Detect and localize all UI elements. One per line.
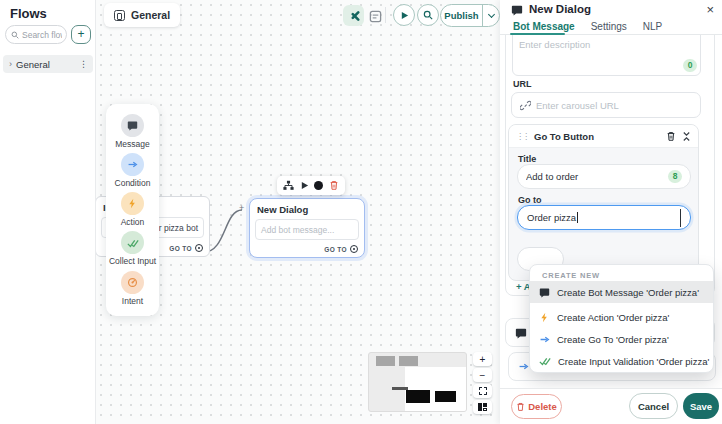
dropdown-item-label: Create Action 'Order pizza' xyxy=(557,312,669,323)
comment-icon xyxy=(369,10,382,23)
minimap-block xyxy=(399,356,418,366)
palette-label: Condition xyxy=(115,179,151,189)
url-label: URL xyxy=(513,79,532,89)
save-button-label: Save xyxy=(690,401,712,412)
close-panel-icon[interactable]: × xyxy=(706,2,714,17)
tools-icon xyxy=(348,10,360,22)
minimap-node xyxy=(435,391,456,402)
build-tools-button[interactable] xyxy=(343,5,364,26)
message-icon xyxy=(121,114,144,137)
url-input[interactable] xyxy=(536,100,692,111)
dropdown-item-create-action[interactable]: Create Action 'Order pizza' xyxy=(530,306,713,328)
node-palette: Message Condition Action Collect Input xyxy=(106,104,159,316)
dropdown-item-create-input-validation[interactable]: Create Input Validation 'Order pizza' xyxy=(530,350,713,372)
flow-item-label: General xyxy=(16,59,75,70)
go-to-button-header[interactable]: ⋮⋮ Go To Button xyxy=(509,125,698,148)
palette-item-collect-input[interactable]: Collect Input xyxy=(109,231,156,267)
dropdown-item-create-goto[interactable]: Create Go To 'Order pizza' xyxy=(530,328,713,350)
palette-label: Intent xyxy=(122,297,143,307)
node-message-bubble[interactable]: Add bot message... xyxy=(255,219,359,240)
sidebar-item-general[interactable]: › General ⋮ xyxy=(3,55,93,73)
trash-icon[interactable] xyxy=(666,131,676,142)
dropdown-item-label: Create Input Validation 'Order pizza' xyxy=(558,356,709,367)
flows-sidebar: Flows + › General ⋮ xyxy=(0,0,96,424)
url-field[interactable] xyxy=(511,92,701,118)
zoom-out-button[interactable]: − xyxy=(473,368,492,382)
node-title: New Dialog xyxy=(257,204,308,215)
node-new-dialog[interactable]: New Dialog Add bot message... GO TO xyxy=(249,198,365,258)
play-node-icon[interactable] xyxy=(300,181,309,190)
minimap-toggle-button[interactable] xyxy=(473,400,492,414)
input-port-plus-icon[interactable]: + xyxy=(239,203,244,213)
dropdown-item-label: Create Go To 'Order pizza' xyxy=(557,334,669,345)
arrow-right-icon xyxy=(518,361,529,372)
node-action-toolbar xyxy=(277,176,345,195)
comment-tool-button[interactable] xyxy=(366,7,384,25)
go-to-combobox[interactable]: Order pizza xyxy=(517,205,691,230)
search-flows-field[interactable] xyxy=(5,25,67,44)
chevron-down-icon[interactable] xyxy=(680,209,681,227)
color-dot-icon[interactable] xyxy=(314,181,323,190)
cancel-button[interactable]: Cancel xyxy=(629,393,678,419)
node-message-placeholder: Add bot message... xyxy=(261,225,334,235)
sitemap-icon[interactable] xyxy=(283,180,294,191)
kebab-menu-icon[interactable]: ⋮ xyxy=(79,59,87,69)
publish-button[interactable]: Publish xyxy=(441,10,482,21)
test-bot-button[interactable] xyxy=(393,4,415,26)
goto-port-row: GO TO xyxy=(324,245,358,253)
publish-dropdown-button[interactable] xyxy=(483,14,499,17)
goto-port-icon[interactable] xyxy=(350,245,358,253)
fit-view-button[interactable] xyxy=(473,384,492,398)
add-flow-button[interactable]: + xyxy=(71,25,91,44)
chevron-down-icon xyxy=(487,11,494,18)
go-to-button-title: Go To Button xyxy=(534,131,660,142)
palette-label: Action xyxy=(121,218,145,228)
search-icon xyxy=(11,31,19,39)
drag-handle-icon[interactable]: ⋮⋮ xyxy=(516,132,528,141)
search-canvas-button[interactable] xyxy=(417,4,439,26)
button-title-field[interactable]: 8 xyxy=(517,164,691,189)
goto-label: GO TO xyxy=(324,246,347,253)
flow-canvas[interactable]: General Publish xyxy=(96,0,500,424)
search-input[interactable] xyxy=(22,30,62,40)
go-to-button-card: ⋮⋮ Go To Button Title 8 Go to Order p xyxy=(508,124,699,281)
toolbar-divider xyxy=(385,7,386,23)
panel-title: New Dialog xyxy=(529,3,591,15)
tab-nlp[interactable]: NLP xyxy=(643,21,662,32)
palette-label: Collect Input xyxy=(109,257,156,267)
button-title-input[interactable] xyxy=(526,171,668,182)
save-button[interactable]: Save xyxy=(683,393,719,419)
lightning-icon xyxy=(539,312,550,323)
collapse-icon[interactable] xyxy=(682,131,691,142)
minimap-block xyxy=(376,356,395,366)
dropdown-item-create-bot-message[interactable]: Create Bot Message 'Order pizza' xyxy=(530,281,713,303)
goto-port-icon[interactable] xyxy=(195,244,203,252)
dropdown-header: CREATE NEW xyxy=(542,271,600,280)
double-check-icon xyxy=(539,355,551,367)
tab-settings[interactable]: Settings xyxy=(591,21,627,32)
char-count-badge: 0 xyxy=(683,59,697,72)
zoom-in-button[interactable]: + xyxy=(473,352,492,366)
flow-tab-icon xyxy=(114,10,125,21)
palette-item-message[interactable]: Message xyxy=(115,114,150,150)
goto-label: GO TO xyxy=(169,245,192,252)
tab-general[interactable]: General xyxy=(104,3,180,27)
magnifier-icon xyxy=(423,10,433,20)
delete-node-icon[interactable] xyxy=(329,180,339,191)
play-icon xyxy=(400,11,409,20)
minimap[interactable] xyxy=(368,352,467,412)
chevron-right-icon[interactable]: › xyxy=(9,59,12,69)
delete-button[interactable]: Delete xyxy=(511,394,562,419)
palette-label: Message xyxy=(115,140,150,150)
create-new-dropdown: CREATE NEW Create Bot Message 'Order piz… xyxy=(529,264,714,373)
tab-bot-message[interactable]: Bot Message xyxy=(513,21,575,32)
dropdown-item-label: Create Bot Message 'Order pizza' xyxy=(557,287,699,298)
dialog-message-icon xyxy=(511,4,523,16)
go-to-value: Order pizza xyxy=(527,212,576,223)
delete-button-label: Delete xyxy=(528,401,557,412)
palette-item-action[interactable]: Action xyxy=(121,192,145,228)
tab-general-label: General xyxy=(131,9,170,21)
palette-item-intent[interactable]: Intent xyxy=(121,271,144,307)
palette-item-condition[interactable]: Condition xyxy=(115,153,151,189)
message-icon xyxy=(515,327,527,339)
